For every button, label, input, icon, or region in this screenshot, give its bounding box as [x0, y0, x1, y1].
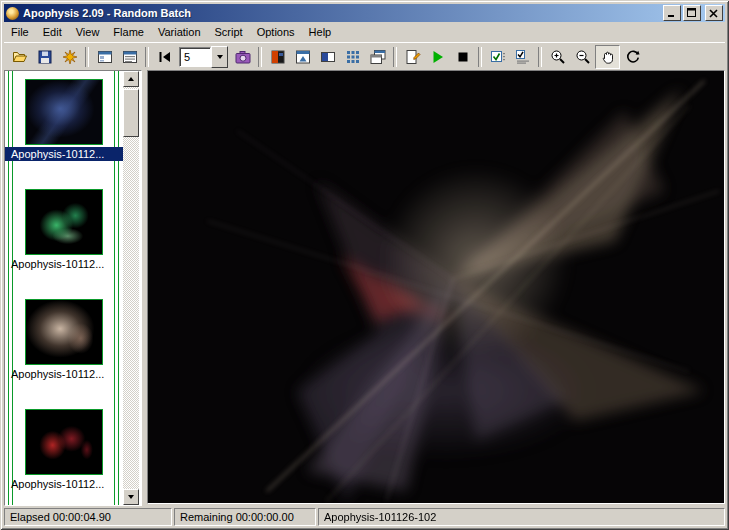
menu-help[interactable]: Help: [302, 24, 339, 41]
adjust-button[interactable]: [265, 45, 290, 69]
view-thumbnails-button[interactable]: [92, 45, 117, 69]
status-remaining: Remaining 00:00:00.00: [174, 508, 316, 526]
render-to-disk-button[interactable]: [230, 45, 255, 69]
checkbox-list-icon: [515, 49, 531, 65]
status-bar: Elapsed 00:00:04.90 Remaining 00:00:00.0…: [4, 506, 725, 526]
toolbar-separator: [538, 47, 542, 67]
toolbar-separator: [145, 47, 149, 67]
maximize-button[interactable]: [683, 5, 701, 21]
script-edit-icon: [405, 49, 421, 65]
flame-label-selected[interactable]: Apophysis-10112...: [5, 147, 123, 161]
view-list-button[interactable]: [117, 45, 142, 69]
menu-bar: File Edit View Flame Variation Script Op…: [4, 23, 725, 42]
guidelines-toggle-button[interactable]: [485, 45, 510, 69]
sidebar-scrollbar[interactable]: [123, 71, 139, 505]
menu-flame[interactable]: Flame: [106, 24, 151, 41]
stop-script-button[interactable]: [450, 45, 475, 69]
window-controls: [663, 5, 723, 21]
arrow-up-icon: [128, 77, 134, 81]
preview-zoom-dropdown-button[interactable]: [211, 46, 228, 68]
checkbox-check-icon: [490, 49, 506, 65]
transparency-toggle-button[interactable]: [510, 45, 535, 69]
mutation-button[interactable]: [340, 45, 365, 69]
zoom-out-button[interactable]: [570, 45, 595, 69]
stacked-windows-icon: [370, 49, 386, 65]
menu-script[interactable]: Script: [208, 24, 250, 41]
rotate-arrow-icon: [625, 49, 641, 65]
menu-view[interactable]: View: [69, 24, 107, 41]
flame-label[interactable]: Apophysis-10112...: [5, 367, 123, 381]
window-list-icon: [122, 49, 138, 65]
flame-thumbnail[interactable]: [25, 409, 103, 475]
flame-thumbnail[interactable]: [25, 79, 103, 145]
apophysis-window: { "window": { "title": "Apophysis 2.09 -…: [0, 0, 729, 530]
gradient-button[interactable]: [315, 45, 340, 69]
skip-back-icon: [157, 49, 173, 65]
adjust-icon: [270, 49, 286, 65]
close-button[interactable]: [705, 5, 723, 21]
zoom-in-button[interactable]: [545, 45, 570, 69]
toolbar-separator: [393, 47, 397, 67]
list-item[interactable]: Apophysis-10112...: [5, 299, 123, 401]
render-all-button[interactable]: [57, 45, 82, 69]
status-elapsed: Elapsed 00:00:04.90: [4, 508, 172, 526]
scrollbar-track[interactable]: [123, 137, 139, 489]
pan-button[interactable]: [595, 45, 620, 69]
close-icon: [709, 9, 719, 18]
maximize-icon: [687, 8, 697, 18]
scroll-up-button[interactable]: [123, 71, 139, 87]
window-title: Apophysis 2.09 - Random Batch: [22, 7, 660, 19]
chevron-down-icon: [217, 55, 223, 59]
gradient-icon: [320, 49, 336, 65]
open-folder-icon: [12, 49, 28, 65]
starburst-icon: [62, 49, 78, 65]
scrollbar-thumb[interactable]: [123, 89, 139, 137]
stop-icon: [455, 49, 471, 65]
minimize-button[interactable]: [663, 5, 681, 21]
client-area: Apophysis-10112... Apophysis-10112... Ap…: [4, 70, 725, 504]
open-button[interactable]: [7, 45, 32, 69]
menu-options[interactable]: Options: [250, 24, 302, 41]
flame-thumbnail[interactable]: [25, 299, 103, 365]
floppy-disk-icon: [37, 49, 53, 65]
app-icon[interactable]: [6, 7, 19, 20]
toolbar-separator: [85, 47, 89, 67]
toolbar-separator: [258, 47, 262, 67]
editor-window-icon: [295, 49, 311, 65]
editor-button[interactable]: [290, 45, 315, 69]
zoom-out-icon: [575, 49, 591, 65]
fractal-flame-render: [148, 71, 724, 503]
flame-preview-canvas[interactable]: [147, 70, 725, 504]
status-flame-name: Apophysis-101126-102: [318, 508, 725, 526]
run-script-button[interactable]: [425, 45, 450, 69]
list-item[interactable]: Apophysis-10112...: [5, 189, 123, 291]
preview-zoom-select[interactable]: 5: [179, 47, 228, 67]
scroll-down-button[interactable]: [123, 489, 139, 505]
flame-thumbnail[interactable]: [25, 189, 103, 255]
camera-icon: [235, 49, 251, 65]
toolbar-separator: [478, 47, 482, 67]
preview-zoom-value[interactable]: 5: [179, 47, 211, 67]
list-item[interactable]: Apophysis-10112...: [5, 409, 123, 505]
arrow-down-icon: [128, 495, 134, 499]
script-editor-button[interactable]: [400, 45, 425, 69]
full-screen-button[interactable]: [365, 45, 390, 69]
rotate-button[interactable]: [620, 45, 645, 69]
zoom-in-icon: [550, 49, 566, 65]
menu-file[interactable]: File: [4, 24, 36, 41]
batch-list-panel: Apophysis-10112... Apophysis-10112... Ap…: [4, 70, 142, 506]
menu-edit[interactable]: Edit: [36, 24, 69, 41]
flame-label[interactable]: Apophysis-10112...: [5, 477, 123, 491]
window-layout-icon: [97, 49, 113, 65]
save-flame-button[interactable]: [32, 45, 57, 69]
list-item[interactable]: Apophysis-10112...: [5, 79, 123, 181]
thumbnail-list[interactable]: Apophysis-10112... Apophysis-10112... Ap…: [5, 71, 123, 505]
hand-icon: [600, 49, 616, 65]
title-bar[interactable]: Apophysis 2.09 - Random Batch: [4, 4, 725, 22]
flame-label[interactable]: Apophysis-10112...: [5, 257, 123, 271]
toolbar: 5: [4, 42, 725, 71]
minimize-icon: [667, 8, 677, 18]
reset-location-button[interactable]: [152, 45, 177, 69]
menu-variation[interactable]: Variation: [151, 24, 208, 41]
play-icon: [430, 49, 446, 65]
